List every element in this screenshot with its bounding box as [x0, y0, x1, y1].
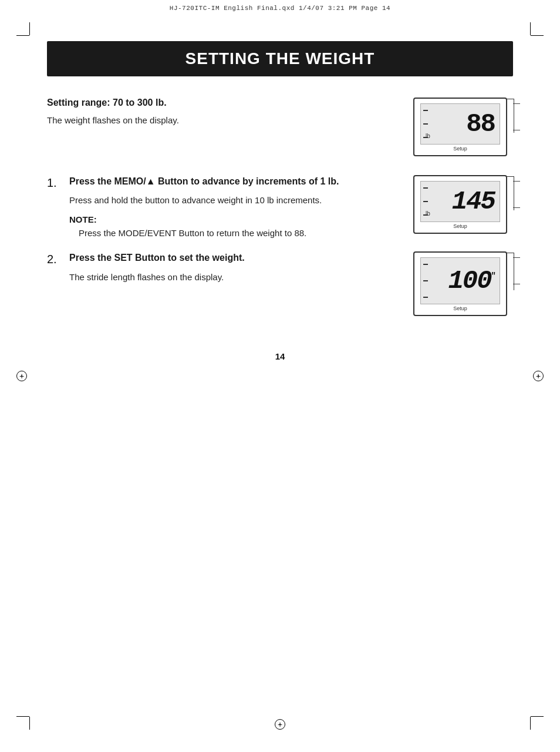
- display-2-container: 145 lb Setup: [413, 175, 513, 234]
- intro-body: The weight flashes on the display.: [47, 114, 396, 127]
- dash-top-3: [423, 264, 428, 265]
- display-unit-2: lb: [426, 210, 430, 217]
- display-inner-3: 100": [448, 268, 495, 294]
- display-3-wrapper: 100" Setup: [413, 251, 513, 316]
- display-1-wrapper: 88 lb Setup: [413, 98, 513, 156]
- display-screen-1: 88 lb: [420, 103, 500, 145]
- display-screen-3: 100": [420, 257, 500, 304]
- registration-mark-bottom: [275, 719, 285, 730]
- crop-mark-br-v: [530, 717, 531, 730]
- display-device-3: 100" Setup: [413, 251, 507, 316]
- display-device-1: 88 lb Setup: [413, 98, 507, 156]
- display-1-container: 88 lb Setup: [413, 98, 513, 156]
- display-2-wrapper: 145 lb Setup: [413, 175, 513, 234]
- title-banner: SETTING THE WEIGHT: [47, 41, 513, 76]
- inches-mark: ": [491, 272, 495, 281]
- step-1-number: 1.: [47, 175, 61, 190]
- display-inner-2: 145: [452, 189, 495, 214]
- page-title: SETTING THE WEIGHT: [59, 49, 501, 68]
- display-inner-1: 88: [466, 111, 495, 137]
- file-header: HJ-720ITC-IM English Final.qxd 1/4/07 3:…: [170, 5, 390, 12]
- step-1-body: Press and hold the button to advance wei…: [69, 194, 402, 207]
- intro-section: Setting range: 70 to 300 lb. The weight …: [47, 98, 513, 156]
- step-1-content: Press the MEMO/▲ Button to advance by in…: [69, 175, 413, 240]
- display-number-3: 100": [448, 266, 495, 296]
- dash-mid-2: [423, 201, 428, 202]
- dash-top-2: [423, 187, 428, 189]
- step-1-section: 1. Press the MEMO/▲ Button to advance by…: [47, 175, 513, 240]
- display-number-1: 88: [466, 109, 495, 139]
- dash-top-1: [423, 110, 428, 111]
- display-number-2: 145: [452, 187, 495, 216]
- dash-mid-3: [423, 280, 428, 281]
- setting-range-label: Setting range: 70 to 300 lb.: [47, 98, 396, 108]
- dash-bot-3: [423, 297, 428, 298]
- page-number: 14: [47, 351, 513, 361]
- crop-mark-bl-v: [29, 717, 30, 730]
- intro-text: Setting range: 70 to 300 lb. The weight …: [47, 98, 413, 127]
- crop-mark-tl-v: [29, 22, 30, 35]
- dash-mid-1: [423, 123, 428, 125]
- crop-mark-bl-h: [16, 716, 29, 717]
- display-screen-2: 145 lb: [420, 181, 500, 222]
- crop-mark-tr-h: [531, 35, 544, 36]
- registration-mark-left: [16, 371, 27, 381]
- step-2-title: Press the SET Button to set the weight.: [69, 251, 402, 264]
- display-unit-1: lb: [426, 133, 430, 139]
- display-setup-2: Setup: [420, 223, 500, 229]
- crop-mark-tr-v: [530, 22, 531, 35]
- display-setup-3: Setup: [420, 306, 500, 311]
- step-1-note-body: Press the MODE/EVENT Button to return th…: [69, 227, 402, 240]
- step-1-note-label: NOTE:: [69, 214, 402, 224]
- registration-mark-right: [533, 371, 544, 381]
- step-2-content: Press the SET Button to set the weight. …: [69, 251, 413, 291]
- step-2-body: The stride length flashes on the display…: [69, 271, 402, 284]
- crop-mark-br-h: [531, 716, 544, 717]
- display-device-2: 145 lb Setup: [413, 175, 507, 234]
- step-2-number: 2.: [47, 251, 61, 266]
- display-setup-1: Setup: [420, 146, 500, 152]
- display-3-container: 100" Setup: [413, 251, 513, 316]
- step-2-section: 2. Press the SET Button to set the weigh…: [47, 251, 513, 316]
- crop-mark-tl-h: [16, 35, 29, 36]
- step-1-title: Press the MEMO/▲ Button to advance by in…: [69, 175, 402, 188]
